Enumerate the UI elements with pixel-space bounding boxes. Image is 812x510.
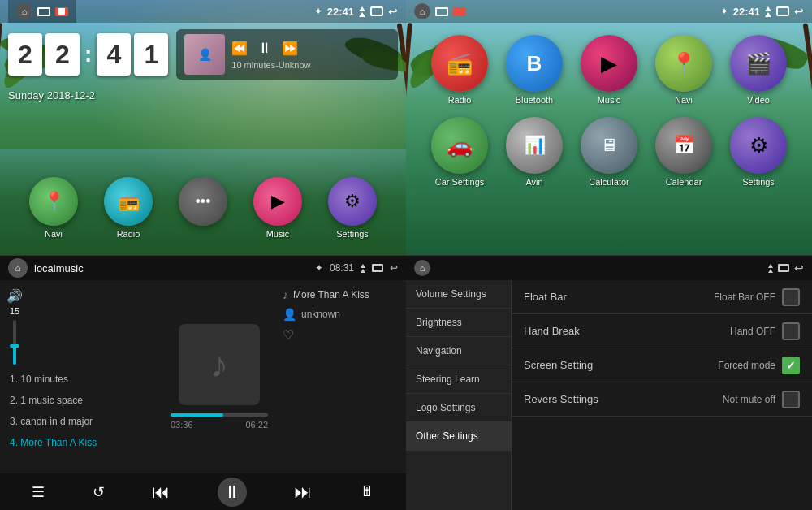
- app-car-settings[interactable]: 🚗 Car Settings: [431, 117, 488, 187]
- nav-navigation[interactable]: Navigation: [406, 337, 511, 365]
- prev-track-button[interactable]: ⏮: [152, 482, 170, 503]
- apps-status-bar: ⌂ ✦ 22:41 ↩: [406, 0, 812, 23]
- apps-minimize-icon[interactable]: [776, 6, 789, 16]
- apps-status-right: ✦ 22:41 ↩: [720, 5, 804, 18]
- playlist-item-1[interactable]: 1. 10 minutes: [0, 369, 162, 390]
- home-icon[interactable]: ⌂: [16, 3, 32, 19]
- app-settings[interactable]: ⚙ Settings: [328, 177, 377, 239]
- home-panel: ⌂ ✦ 22:41 ↩ 2 2 : 4 1: [0, 0, 406, 255]
- app-calculator[interactable]: 🖥 Calculator: [581, 117, 637, 187]
- nav-logo-settings[interactable]: Logo Settings: [406, 394, 511, 422]
- pause-button[interactable]: ⏸: [257, 40, 272, 57]
- app-radio[interactable]: 📻 Radio: [104, 177, 153, 239]
- hand-break-toggle[interactable]: [782, 322, 800, 340]
- music-lg-label: Music: [598, 95, 621, 105]
- home-app-grid: 📍 Navi 📻 Radio ••• ▶ Music: [0, 169, 406, 247]
- apps-back-icon[interactable]: ↩: [794, 5, 804, 18]
- settings-row-hand-break: Hand Break Hand OFF: [512, 314, 812, 348]
- playlist-item-3[interactable]: 3. canon in d major: [0, 411, 162, 432]
- app-music-lg[interactable]: ▶ Music: [581, 35, 637, 105]
- playlist-view-button[interactable]: ☰: [32, 483, 45, 501]
- music-minimize-icon[interactable]: [372, 264, 383, 272]
- playlist: 1. 10 minutes 2. 1 music space 3. canon …: [0, 369, 162, 469]
- music-circle: ▶: [253, 177, 302, 226]
- nav-steering-learn[interactable]: Steering Learn: [406, 365, 511, 394]
- app-bluetooth-lg[interactable]: B Bluetooth: [506, 35, 563, 105]
- favorite-row: ♡: [283, 327, 400, 343]
- calendar-label: Calendar: [666, 177, 702, 187]
- next-track-button[interactable]: ⏭: [294, 482, 312, 503]
- nav-brightness[interactable]: Brightness: [406, 309, 511, 337]
- float-bar-toggle[interactable]: [782, 288, 800, 306]
- repeat-button[interactable]: ↺: [93, 483, 105, 501]
- app-radio-lg[interactable]: 📻 Radio: [431, 35, 488, 105]
- hand-break-label: Hand Break: [524, 325, 730, 337]
- nav-volume-settings[interactable]: Volume Settings: [406, 280, 511, 309]
- calculator-circle: 🖥: [581, 117, 637, 174]
- music-status-left: ⌂ localmusic: [8, 258, 84, 278]
- radio-circle: 📻: [104, 177, 153, 226]
- progress-bar[interactable]: [171, 413, 268, 417]
- apps-home-icon[interactable]: ⌂: [414, 3, 430, 19]
- music-back-icon[interactable]: ↩: [390, 262, 398, 274]
- progress-times: 03:36 06:22: [171, 420, 268, 430]
- playlist-item-2[interactable]: 2. 1 music space: [0, 390, 162, 411]
- settings-home-icon[interactable]: ⌂: [414, 260, 430, 276]
- app-dots[interactable]: •••: [179, 177, 227, 239]
- music-bluetooth-icon: ✦: [315, 262, 323, 274]
- home-top-section: 2 2 : 4 1 👤 ⏪ ⏸ ⏩ 10 minutes-Unknow: [0, 23, 406, 86]
- app-avin[interactable]: 📊 Avin: [506, 117, 563, 187]
- music-time-text: 10 minutes-Unknow: [231, 60, 390, 70]
- playlist-item-4[interactable]: 4. More Than A Kiss: [0, 432, 162, 453]
- apps-bluetooth-icon: ✦: [720, 6, 728, 17]
- volume-icon[interactable]: 🔊: [6, 288, 23, 304]
- radio-lg-circle: 📻: [431, 35, 488, 92]
- settings-status-bar: ⌂ ↩: [406, 256, 812, 280]
- clock-digit-1: 2: [8, 33, 42, 76]
- track-name-row: ♪ More Than A Kiss: [283, 288, 400, 301]
- bluetooth-lg-label: Bluetooth: [516, 95, 553, 105]
- settings-panel: ⌂ ↩ Volume Settings Brightness Navigatio…: [406, 255, 812, 510]
- back-icon[interactable]: ↩: [388, 5, 398, 18]
- volume-slider[interactable]: [13, 320, 16, 365]
- revers-value: Not mute off: [723, 394, 775, 405]
- settings-back-icon[interactable]: ↩: [794, 261, 804, 274]
- equalizer-button[interactable]: 🎚: [360, 483, 374, 500]
- music-panel: ⌂ localmusic ✦ 08:31 ↩ 🔊 15: [0, 255, 406, 510]
- app-navi-lg[interactable]: 📍 Navi: [655, 35, 712, 105]
- clock-digit-3: 4: [97, 33, 131, 76]
- app-settings-lg[interactable]: ⚙ Settings: [730, 117, 787, 187]
- fast-forward-button[interactable]: ⏩: [282, 41, 298, 56]
- app-video-lg[interactable]: 🎬 Video: [730, 35, 787, 105]
- clock-digit-4: 1: [134, 33, 168, 76]
- calendar-circle: 📅: [655, 117, 712, 174]
- heart-icon[interactable]: ♡: [283, 327, 294, 343]
- settings-lg-label: Settings: [742, 177, 775, 187]
- settings-status-left: ⌂: [414, 260, 430, 276]
- clock-colon: :: [84, 41, 92, 67]
- flip-clock: 2 2 : 4 1: [8, 33, 168, 76]
- screen-setting-value: Forced mode: [718, 360, 775, 371]
- rewind-button[interactable]: ⏪: [231, 41, 248, 56]
- app-music[interactable]: ▶ Music: [253, 177, 302, 239]
- music-title: localmusic: [34, 262, 84, 274]
- radio-label: Radio: [117, 229, 140, 239]
- settings-status-right: ↩: [768, 261, 804, 274]
- app-navi[interactable]: 📍 Navi: [29, 177, 78, 239]
- car-settings-circle: 🚗: [431, 117, 488, 174]
- settings-row-float-bar: Float Bar Float Bar OFF: [512, 280, 812, 314]
- app-calendar[interactable]: 📅 Calendar: [655, 117, 712, 187]
- play-pause-button[interactable]: ⏸: [218, 478, 247, 507]
- nav-other-settings[interactable]: Other Settings: [406, 422, 511, 451]
- clock-digit-2: 2: [45, 33, 80, 76]
- music-up-arrows: [361, 264, 365, 273]
- apps-grid: 📻 Radio B Bluetooth ▶ Music 📍 N: [406, 23, 812, 199]
- minimize-icon[interactable]: [370, 6, 383, 16]
- settings-minimize-icon[interactable]: [778, 264, 789, 272]
- artist-row: 👤 unknown: [283, 308, 400, 321]
- screen-setting-toggle[interactable]: ✓: [782, 357, 800, 374]
- music-status-bar: ⌂ localmusic ✦ 08:31 ↩: [0, 256, 406, 280]
- music-ctrl-buttons: ⏪ ⏸ ⏩: [231, 40, 390, 57]
- revers-toggle[interactable]: [782, 391, 800, 408]
- music-home-btn[interactable]: ⌂: [8, 258, 28, 278]
